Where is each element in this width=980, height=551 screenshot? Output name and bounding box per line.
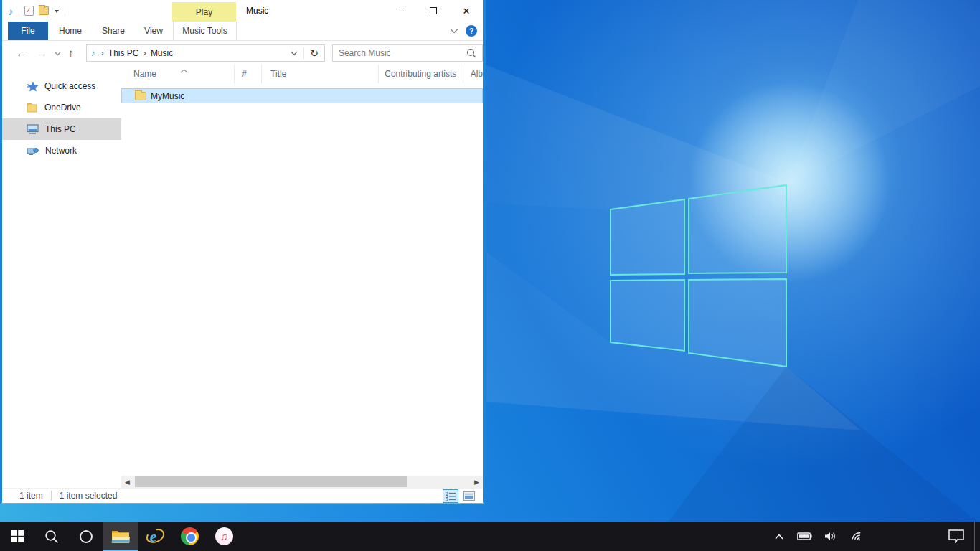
column-label: Alb bbox=[471, 69, 483, 79]
windows-logo-icon bbox=[11, 530, 24, 542]
help-button[interactable]: ? bbox=[466, 25, 477, 37]
breadcrumb-chevron-icon[interactable]: › bbox=[97, 47, 108, 58]
itunes-button[interactable]: ♫ bbox=[207, 522, 241, 551]
close-button[interactable]: ✕ bbox=[450, 0, 483, 22]
navigation-pane: Quick access OneDrive This PC bbox=[2, 65, 121, 488]
cortana-ring-icon bbox=[79, 529, 93, 544]
divider bbox=[65, 6, 65, 16]
tab-home[interactable]: Home bbox=[48, 22, 93, 40]
battery-icon[interactable] bbox=[791, 532, 819, 540]
sidebar-item-label: OneDrive bbox=[44, 103, 81, 113]
search-icon bbox=[44, 529, 59, 544]
details-view-icon bbox=[446, 492, 456, 501]
file-name: MyMusic bbox=[151, 91, 184, 101]
cortana-button[interactable] bbox=[69, 522, 103, 551]
file-explorer-window: ♪ Play Music ✕ File Home Share View bbox=[0, 0, 486, 504]
caption-buttons: ✕ bbox=[384, 0, 483, 22]
back-button[interactable]: ← bbox=[11, 47, 32, 58]
show-desktop-button[interactable] bbox=[974, 522, 980, 551]
folder-icon bbox=[135, 92, 146, 100]
column-header-name[interactable]: Name bbox=[121, 65, 235, 83]
forward-button[interactable]: → bbox=[32, 47, 52, 58]
navigation-bar: ← → ↑ ♪ › This PC › Music ↻ bbox=[2, 41, 483, 65]
tab-file[interactable]: File bbox=[8, 22, 48, 40]
sidebar-item-onedrive[interactable]: OneDrive bbox=[2, 97, 121, 118]
column-label: Name bbox=[133, 69, 156, 79]
search-input[interactable] bbox=[333, 48, 466, 58]
sidebar-item-label: This PC bbox=[45, 124, 76, 134]
column-header-album[interactable]: Alb bbox=[463, 65, 483, 83]
file-list-pane: Name # Title Contributing artists bbox=[121, 65, 483, 488]
divider bbox=[19, 6, 19, 16]
this-pc-monitor-icon bbox=[27, 124, 39, 134]
music-note-icon: ♪ bbox=[91, 48, 95, 58]
address-bar[interactable]: ♪ › This PC › Music ↻ bbox=[86, 44, 325, 62]
hidden-icons-chevron-icon[interactable] bbox=[768, 533, 791, 540]
scrollbar-track[interactable] bbox=[133, 476, 471, 488]
customize-qat-button[interactable] bbox=[54, 9, 60, 13]
recent-locations-chevron-icon[interactable] bbox=[52, 48, 63, 58]
address-dropdown-chevron-icon[interactable] bbox=[285, 48, 303, 58]
horizontal-scrollbar[interactable]: ◀ ▶ bbox=[121, 476, 483, 488]
ribbon-tab-row: File Home Share View Music Tools ? bbox=[2, 22, 483, 41]
minimize-icon bbox=[397, 11, 404, 11]
taskbar-search-button[interactable] bbox=[34, 522, 69, 551]
internet-explorer-button[interactable]: e bbox=[138, 522, 172, 551]
selection-count: 1 item selected bbox=[60, 491, 118, 501]
properties-button[interactable] bbox=[24, 6, 34, 16]
file-list: MyMusic bbox=[121, 83, 483, 103]
tab-share[interactable]: Share bbox=[93, 22, 134, 40]
volume-icon[interactable] bbox=[819, 532, 844, 541]
svg-text:e: e bbox=[149, 527, 156, 545]
chrome-icon bbox=[181, 527, 199, 545]
file-row-mymusic[interactable]: MyMusic bbox=[121, 88, 483, 103]
expand-ribbon-chevron-icon[interactable] bbox=[450, 28, 458, 34]
column-headers: Name # Title Contributing artists bbox=[121, 65, 483, 83]
column-label: Title bbox=[270, 69, 286, 79]
column-label: # bbox=[242, 69, 247, 79]
contextual-tab-group-play[interactable]: Play bbox=[172, 2, 236, 22]
sidebar-item-this-pc[interactable]: This PC bbox=[2, 118, 121, 140]
column-header-contributing-artists[interactable]: Contributing artists bbox=[379, 65, 463, 83]
taskbar-file-explorer-button[interactable] bbox=[103, 522, 138, 551]
internet-explorer-icon: e bbox=[146, 527, 165, 546]
wifi-icon[interactable] bbox=[844, 531, 870, 542]
network-computers-icon bbox=[27, 146, 39, 156]
scroll-right-arrow[interactable]: ▶ bbox=[471, 476, 483, 488]
breadcrumb-music[interactable]: Music bbox=[151, 48, 173, 58]
column-header-title[interactable]: Title bbox=[262, 65, 379, 83]
quick-access-toolbar: ♪ bbox=[2, 6, 65, 17]
up-button[interactable]: ↑ bbox=[63, 47, 79, 58]
maximize-icon bbox=[430, 7, 437, 14]
taskbar: e ♫ bbox=[0, 522, 980, 551]
breadcrumb-this-pc[interactable]: This PC bbox=[108, 48, 139, 58]
details-view-button[interactable] bbox=[443, 489, 458, 503]
column-label: Contributing artists bbox=[385, 69, 456, 79]
new-folder-button[interactable] bbox=[39, 6, 49, 15]
tab-view[interactable]: View bbox=[134, 22, 173, 40]
scroll-left-arrow[interactable]: ◀ bbox=[121, 476, 133, 488]
start-button[interactable] bbox=[0, 522, 34, 551]
maximize-button[interactable] bbox=[417, 0, 450, 22]
onedrive-folder-icon bbox=[27, 103, 38, 113]
large-icons-view-button[interactable] bbox=[461, 489, 477, 503]
breadcrumb-chevron-icon[interactable]: › bbox=[139, 47, 151, 58]
search-icon[interactable] bbox=[466, 48, 482, 58]
sidebar-item-quick-access[interactable]: Quick access bbox=[2, 75, 121, 97]
search-box[interactable] bbox=[332, 44, 483, 62]
divider bbox=[51, 491, 52, 501]
scrollbar-thumb[interactable] bbox=[135, 476, 407, 487]
desktop: ♪ Play Music ✕ File Home Share View bbox=[0, 0, 980, 551]
sort-ascending-icon bbox=[180, 65, 188, 75]
sidebar-item-network[interactable]: Network bbox=[2, 140, 121, 161]
system-tray bbox=[768, 522, 980, 551]
minimize-button[interactable] bbox=[384, 0, 417, 22]
chrome-button[interactable] bbox=[172, 522, 207, 551]
refresh-button[interactable]: ↻ bbox=[303, 47, 324, 59]
tab-music-tools[interactable]: Music Tools bbox=[173, 22, 237, 40]
title-bar: ♪ Play Music ✕ bbox=[2, 0, 483, 22]
window-title: Music bbox=[246, 0, 268, 22]
column-header-number[interactable]: # bbox=[235, 65, 262, 83]
action-center-button[interactable] bbox=[938, 529, 974, 543]
main-area: Quick access OneDrive This PC bbox=[2, 65, 483, 488]
